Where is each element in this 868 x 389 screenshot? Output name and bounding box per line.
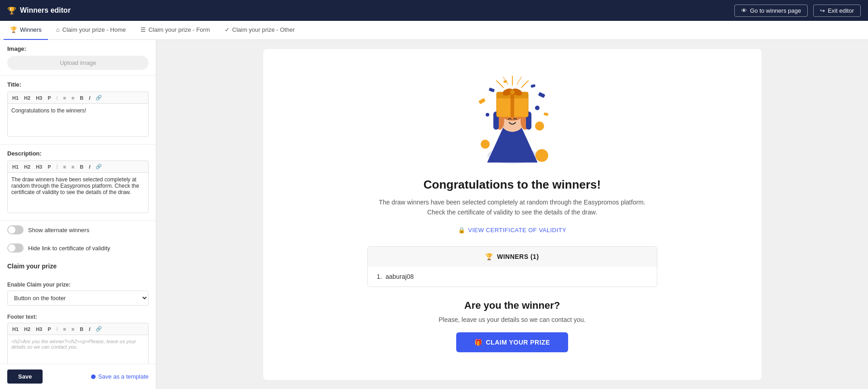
topbar: 🏆 Winners editor 👁 Go to winners page ↪ …: [0, 0, 868, 21]
bold-btn[interactable]: B: [78, 94, 85, 102]
ul-btn[interactable]: ≡: [70, 94, 76, 102]
h2-btn[interactable]: H2: [22, 94, 32, 102]
exit-icon: ↪: [820, 7, 825, 14]
topbar-actions: 👁 Go to winners page ↪ Exit editor: [734, 5, 861, 17]
tab-claim-home[interactable]: ⌂ Claim your prize - Home: [50, 21, 132, 40]
svg-line-29: [517, 77, 521, 84]
desc-link-btn[interactable]: 🔗: [94, 163, 104, 170]
winner-item: 1. aaburaj08: [377, 273, 648, 280]
footer-ol-btn[interactable]: ≡: [61, 326, 68, 333]
enable-claim-label: Enable Claim your prize:: [0, 277, 156, 288]
footer-italic-btn[interactable]: I: [87, 326, 92, 333]
winner-illustration: [463, 67, 562, 167]
tab-claim-form[interactable]: ☰ Claim your prize - Form: [134, 21, 217, 40]
ol-btn[interactable]: ≡: [61, 94, 68, 102]
footer-textarea[interactable]: <h2>Are you the winner?</h2><p>Please, l…: [7, 335, 149, 366]
italic-btn[interactable]: I: [87, 94, 92, 102]
title-label: Title:: [7, 81, 149, 88]
trophy-icon-preview: 🏆: [485, 253, 493, 260]
preview-description: The draw winners have been selected comp…: [376, 197, 648, 218]
svg-point-15: [535, 149, 548, 162]
save-template-button[interactable]: Save as a template: [91, 373, 149, 380]
footer-h1-btn[interactable]: H1: [10, 326, 20, 333]
are-you-winner-title: Are you the winner?: [464, 300, 560, 311]
footer-text-label: Footer text:: [0, 314, 156, 320]
svg-point-17: [486, 113, 489, 117]
footer-textarea-wrapper: H1 H2 H3 P | ≡ ≡ B I 🔗 <h2>Are you the w…: [0, 323, 156, 368]
description-section: Description: H1 H2 H3 P | ≡ ≡ B I 🔗 The …: [0, 145, 156, 221]
desc-h3-btn[interactable]: H3: [34, 163, 44, 170]
title-section: Title: H1 H2 H3 P | ≡ ≡ B I 🔗 Congratula…: [0, 76, 156, 145]
hide-link-toggle[interactable]: [7, 243, 24, 253]
exit-editor-button[interactable]: ↪ Exit editor: [813, 5, 861, 17]
winners-list: 1. aaburaj08: [368, 267, 657, 287]
desc-ul-btn[interactable]: ≡: [70, 163, 76, 170]
tab-winners[interactable]: 🏆 Winners: [4, 21, 48, 40]
desc-bold-btn[interactable]: B: [78, 163, 85, 170]
show-alternate-toggle[interactable]: [7, 225, 24, 234]
trophy-icon: 🏆: [7, 6, 16, 15]
sep2: |: [55, 163, 60, 170]
cert-icon: 🔒: [458, 227, 466, 233]
main-area: Image: Upload image Title: H1 H2 H3 P | …: [0, 40, 868, 389]
footer-p-btn[interactable]: P: [46, 326, 53, 333]
desc-h2-btn[interactable]: H2: [22, 163, 32, 170]
title-toolbar: H1 H2 H3 P | ≡ ≡ B I 🔗: [7, 92, 149, 103]
svg-rect-20: [478, 98, 486, 104]
tab-other-icon: ✓: [225, 26, 230, 33]
image-label: Image:: [7, 45, 149, 52]
claim-section-title: Claim your prize: [0, 257, 156, 270]
preview-area: Congratulations to the winners! The draw…: [156, 40, 868, 389]
winners-box: 🏆 WINNERS (1) 1. aaburaj08: [367, 246, 657, 287]
upload-image-button[interactable]: Upload image: [7, 56, 149, 70]
save-template-icon: [91, 374, 96, 379]
svg-rect-21: [538, 92, 545, 98]
footer-h3-btn[interactable]: H3: [34, 326, 44, 333]
claim-prize-button[interactable]: 🎁 CLAIM YOUR PRIZE: [456, 332, 568, 352]
svg-line-27: [521, 81, 528, 88]
tab-form-icon: ☰: [140, 26, 146, 33]
footer-link-btn[interactable]: 🔗: [94, 325, 104, 333]
svg-line-28: [497, 81, 503, 88]
description-textarea[interactable]: The draw winners have been selected comp…: [7, 172, 149, 213]
footer-btn-select[interactable]: Button on the footer: [7, 291, 149, 306]
footer-toolbar: H1 H2 H3 P | ≡ ≡ B I 🔗: [7, 323, 149, 335]
footer-bold-btn[interactable]: B: [78, 326, 85, 333]
winners-header: 🏆 WINNERS (1): [368, 247, 657, 267]
desc-ol-btn[interactable]: ≡: [61, 163, 68, 170]
description-toolbar: H1 H2 H3 P | ≡ ≡ B I 🔗: [7, 160, 149, 172]
svg-point-16: [535, 122, 544, 131]
tab-claim-other[interactable]: ✓ Claim your prize - Other: [218, 21, 301, 40]
eye-icon: 👁: [741, 7, 747, 14]
footer-h2-btn[interactable]: H2: [22, 326, 32, 333]
tab-home-icon: ⌂: [56, 26, 60, 33]
desc-p-btn[interactable]: P: [46, 163, 53, 170]
desc-italic-btn[interactable]: I: [87, 163, 92, 170]
contact-text: Please, leave us your details so we can …: [439, 316, 586, 323]
cert-link[interactable]: 🔒 VIEW CERTIFICATE OF VALIDITY: [458, 227, 566, 233]
link-btn[interactable]: 🔗: [94, 94, 104, 102]
editor-title: Winners editor: [20, 6, 71, 15]
svg-point-14: [481, 140, 490, 149]
footer-btn-wrapper: Button on the footer: [0, 291, 156, 306]
description-label: Description:: [7, 150, 149, 157]
sep1: |: [55, 94, 60, 101]
svg-point-19: [524, 140, 528, 144]
gift-icon: 🎁: [474, 339, 482, 346]
show-alternate-label: Show alternate winners: [28, 227, 89, 233]
desc-h1-btn[interactable]: H1: [10, 163, 20, 170]
preview-title: Congratulations to the winners!: [424, 178, 601, 192]
footer-ul-btn[interactable]: ≡: [70, 326, 76, 333]
image-section: Image: Upload image: [0, 40, 156, 76]
svg-rect-23: [530, 84, 535, 88]
winners-page-button[interactable]: 👁 Go to winners page: [734, 5, 808, 17]
title-textarea[interactable]: Congratulations to the winners!: [7, 103, 149, 137]
hide-link-toggle-row: Hide link to certificate of validity: [0, 239, 156, 257]
panel-footer: Save Save as a template: [0, 364, 156, 389]
save-button[interactable]: Save: [7, 370, 43, 384]
h3-btn[interactable]: H3: [34, 94, 44, 102]
h1-btn[interactable]: H1: [10, 94, 20, 102]
svg-rect-22: [543, 112, 548, 116]
sep3: |: [55, 326, 60, 332]
p-btn[interactable]: P: [46, 94, 53, 102]
